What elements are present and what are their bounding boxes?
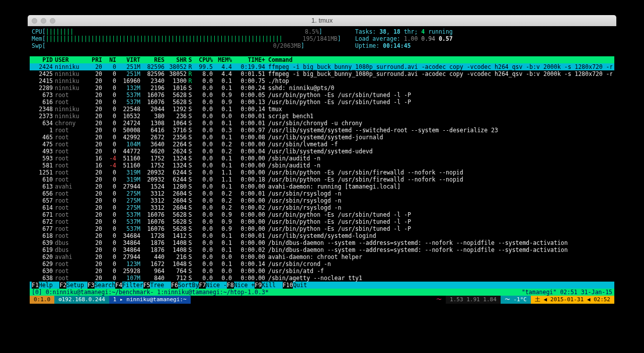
fkey-bar: F1Help F2Setup F3SearchF4FilterF5Tree F6… xyxy=(30,282,614,289)
col-mem[interactable]: MEM% xyxy=(213,56,232,63)
tmux-status-left: [0] 0:ninniku@tamanegi:~/benchmark- 1:ni… xyxy=(32,289,269,296)
fkey-label: Search xyxy=(95,282,116,289)
cpu-bar: |||||||| xyxy=(46,28,73,35)
prompt-tilde: 〜 xyxy=(432,296,446,304)
prompt-bar[interactable]: 0:1.0 ⚙192.168.0.244 1 ▸ ninniku@tamaneg… xyxy=(30,296,614,304)
process-row[interactable]: 614root200275M33122604S0.00.20:00.02/usr… xyxy=(30,204,614,211)
col-time[interactable]: TIME+ xyxy=(232,56,265,63)
col-res[interactable]: RES xyxy=(140,56,165,63)
fkey-label: Filter xyxy=(122,282,143,289)
process-row[interactable]: 581root16-45116017521324S0.00.10:00.00/s… xyxy=(30,162,614,169)
prompt-loads: 1.53 1.91 1.84 xyxy=(446,296,501,304)
process-row[interactable]: 593root16-45116017521324S0.00.10:00.00/s… xyxy=(30,155,614,162)
process-row[interactable]: 671root200537M160765628S0.00.90:00.00/us… xyxy=(30,211,614,218)
fkey-f1[interactable]: F1 xyxy=(32,282,39,289)
process-row[interactable]: 610root200319M209326244S0.01.10:00.18/us… xyxy=(30,176,614,183)
process-row[interactable]: 634chrony2002472413081064S0.00.10:00.01/… xyxy=(30,120,614,127)
swp-meter: Swp[0/2063MB] xyxy=(32,42,341,49)
swp-label: Swp xyxy=(32,42,42,49)
process-row[interactable]: 2373ninniku20010532380236S0.00.00:00.01s… xyxy=(30,113,614,120)
process-row[interactable]: 673root200537M160765628S0.00.90:00.05/us… xyxy=(30,92,614,99)
fkey-f9[interactable]: F9 xyxy=(255,282,262,289)
fkey-label: Nice - xyxy=(206,282,227,289)
meters-area: CPU[||||||||8.5%] Mem[||||||||||||||||||… xyxy=(30,28,614,49)
mem-meter: Mem[||||||||||||||||||||||||||||||||||||… xyxy=(32,35,341,42)
mem-bar: ||||||||||||||||||||||||||||||||||||||||… xyxy=(46,35,283,42)
titlebar[interactable]: 1. tmux xyxy=(28,15,616,26)
fkey-f8[interactable]: F8 xyxy=(227,282,234,289)
col-pri[interactable]: PRI xyxy=(88,56,102,63)
process-row[interactable]: 656root200275M33122604S0.00.20:00.01/usr… xyxy=(30,190,614,197)
process-row[interactable]: 630root20025928964764S0.00.00:00.00/usr/… xyxy=(30,268,614,275)
process-row[interactable]: 638root200107M840712S0.00.00:00.00/sbin/… xyxy=(30,275,614,282)
fkey-label: SortBy xyxy=(178,282,199,289)
window-title: 1. tmux xyxy=(28,17,616,24)
fkey-label: Help xyxy=(39,282,60,289)
fkey-f6[interactable]: F6 xyxy=(171,282,178,289)
fkey-f3[interactable]: F3 xyxy=(88,282,95,289)
fkey-f7[interactable]: F7 xyxy=(199,282,206,289)
load-label: Load average: xyxy=(355,35,404,42)
fkey-f2[interactable]: F2 xyxy=(59,282,66,289)
process-header[interactable]: PID USER PRI NI VIRT RES SHR S CPU% MEM%… xyxy=(30,56,614,63)
process-row[interactable]: 672root200537M160765628S0.00.90:00.00/us… xyxy=(30,218,614,225)
uptime-label: Uptime: xyxy=(355,42,383,49)
fkey-label: Kill xyxy=(262,282,283,289)
col-pid[interactable]: PID xyxy=(32,56,53,63)
tasks-label: Tasks: xyxy=(355,28,379,35)
process-row[interactable]: 619dbus2003486418761408S0.00.10:00.02/bi… xyxy=(30,246,614,253)
process-row[interactable]: 629root200123M16721048S0.00.10:00.14/usr… xyxy=(30,260,614,268)
col-shr[interactable]: SHR xyxy=(165,56,187,63)
process-row[interactable]: 2425ninniku200251M8259638052R8.04.40:01.… xyxy=(30,70,614,77)
prompt-seg-ip: ⚙192.168.0.244 xyxy=(54,296,109,304)
process-row[interactable]: 620avahi20027944440216S0.00.00:00.00avah… xyxy=(30,253,614,260)
process-row[interactable]: 618root2003468417281412S0.00.10:00.01/us… xyxy=(30,232,614,239)
tmux-status-bar: [0] 0:ninniku@tamanegi:~/benchmark- 1:ni… xyxy=(30,289,614,296)
process-row[interactable]: 2289ninniku200132M21961016S0.00.10:00.24… xyxy=(30,84,614,92)
process-row[interactable]: 616root200537M160765628S0.00.90:00.13/us… xyxy=(30,99,614,106)
cpu-value: 8.5% xyxy=(305,28,319,35)
process-row[interactable]: 1root2005000864163716S0.00.30:00.97/usr/… xyxy=(30,127,614,134)
fkey-f5[interactable]: F5 xyxy=(143,282,150,289)
process-row[interactable]: 475root200104M36402264S0.00.20:00.00/usr… xyxy=(30,141,614,148)
swp-value: 0/2063MB xyxy=(273,42,301,49)
process-row[interactable]: 2348ninniku2002254820441292S0.00.10:00.1… xyxy=(30,106,614,113)
col-s[interactable]: S xyxy=(187,56,194,63)
col-command[interactable]: Command xyxy=(265,56,612,63)
process-row[interactable]: 613avahi2002794415241280S0.00.10:00.00av… xyxy=(30,183,614,190)
col-virt[interactable]: VIRT xyxy=(116,56,140,63)
fkey-label: Quit xyxy=(293,282,314,289)
col-user[interactable]: USER xyxy=(53,56,88,63)
col-ni[interactable]: NI xyxy=(102,56,116,63)
prompt-temp: 〜 -1°C xyxy=(501,296,531,304)
process-list[interactable]: 2424ninniku200251M8259638052R99.54.40:19… xyxy=(30,63,614,282)
process-row[interactable]: 2424ninniku200251M8259638052R99.54.40:19… xyxy=(30,63,614,70)
terminal-window: 1. tmux CPU[||||||||8.5%] Mem[||||||||||… xyxy=(28,15,616,304)
col-cpu[interactable]: CPU% xyxy=(194,56,213,63)
process-row[interactable]: 493root2004477246202624S0.00.20:00.04/us… xyxy=(30,148,614,155)
fkey-f4[interactable]: F4 xyxy=(115,282,122,289)
mem-value: 195/1841MB xyxy=(303,35,338,42)
fkey-f10[interactable]: F10 xyxy=(283,282,293,289)
fkey-label: Setup xyxy=(66,282,88,289)
prompt-seg-session: 0:1.0 xyxy=(30,296,54,304)
left-meters: CPU[||||||||8.5%] Mem[||||||||||||||||||… xyxy=(30,28,341,49)
fkey-label: Tree xyxy=(150,282,171,289)
process-row[interactable]: 465root2004299226722356S0.00.10:00.08/us… xyxy=(30,134,614,141)
uptime-value: 00:14:45 xyxy=(383,42,411,49)
prompt-date: 土 ◀ 2015-01-31 ◀ 02:52 xyxy=(531,296,614,304)
cpu-label: CPU xyxy=(32,28,42,35)
fkey-label: Nice + xyxy=(234,282,255,289)
mem-label: Mem xyxy=(32,35,42,42)
cpu-meter: CPU[||||||||8.5%] xyxy=(32,28,341,35)
process-row[interactable]: 639dbus2003486418761408S0.00.10:00.00/bi… xyxy=(30,239,614,246)
process-row[interactable]: 657root200275M33122604S0.00.20:00.00/usr… xyxy=(30,197,614,204)
process-row[interactable]: 677root200537M160765628S0.00.90:00.00/us… xyxy=(30,225,614,232)
tmux-status-right: "tamanegi" 02:51 31-Jan-15 xyxy=(522,289,612,296)
process-row[interactable]: 1251root200319M209326244S0.01.10:00.00/u… xyxy=(30,169,614,176)
process-row[interactable]: 2415ninniku2001696023401300R0.00.10:00.7… xyxy=(30,77,614,84)
prompt-seg-path: 1 ▸ ninniku@tamanegi:~ xyxy=(109,296,191,304)
right-meters: Tasks: 38, 18 thr; 4 running Load averag… xyxy=(355,28,453,49)
terminal-body[interactable]: CPU[||||||||8.5%] Mem[||||||||||||||||||… xyxy=(28,26,616,304)
